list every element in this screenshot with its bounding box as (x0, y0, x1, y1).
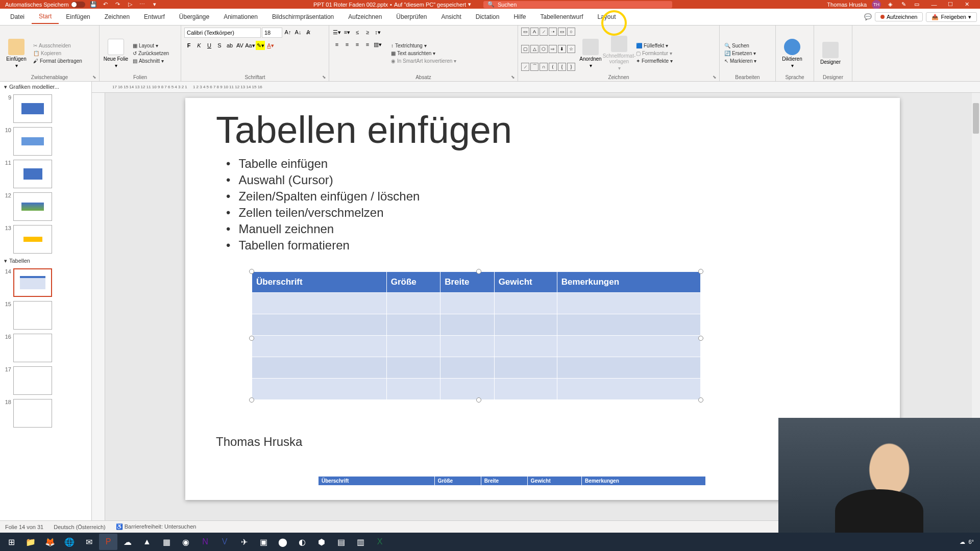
app-icon-3[interactable]: ◉ (177, 534, 195, 550)
firefox-icon[interactable]: 🦊 (41, 534, 59, 550)
thumb-9[interactable] (13, 94, 52, 123)
columns-icon[interactable]: ▥▾ (373, 40, 382, 49)
record-button[interactable]: Aufzeichnen (875, 12, 923, 21)
shadow-icon[interactable]: S (215, 41, 224, 50)
align-center-icon[interactable]: ≡ (342, 40, 352, 49)
visio-icon[interactable]: V (215, 534, 234, 550)
strikethrough-icon[interactable]: ab (225, 41, 234, 50)
replace-button[interactable]: 🔄 Ersetzen ▾ (723, 50, 758, 57)
dictate-button[interactable]: Diktieren▾ (779, 28, 805, 79)
thumb-16[interactable] (13, 334, 52, 362)
reset-button[interactable]: ↺ Zurücksetzen (131, 50, 170, 57)
layout-button[interactable]: ▦ Layout ▾ (131, 42, 170, 49)
tab-zeichnen[interactable]: Zeichnen (97, 10, 137, 23)
telegram-icon[interactable]: ✈ (235, 534, 253, 550)
accessibility-status[interactable]: ♿ Barrierefreiheit: Untersuchen (116, 523, 197, 530)
align-left-icon[interactable]: ≡ (332, 40, 341, 49)
underline-icon[interactable]: U (205, 41, 214, 50)
quick-styles-button[interactable]: Schnellformat-vorlagen▾ (606, 28, 632, 79)
new-slide-button[interactable]: Neue Folie▾ (103, 28, 129, 79)
clear-format-icon[interactable]: A̷ (304, 28, 313, 37)
char-spacing-icon[interactable]: AV (235, 41, 244, 50)
clipboard-launcher-icon[interactable]: ⬊ (92, 74, 97, 80)
align-text-button[interactable]: ▦ Text ausrichten ▾ (389, 50, 458, 57)
shapes-gallery[interactable]: ▭A⟋➝▭○ ▢△⬡⇨⬇☆ ⟋⌒∩⟨{} (521, 28, 575, 79)
section-grafiken[interactable]: Grafiken modellier... (0, 82, 91, 92)
slide-title[interactable]: Tabellen einfügen (216, 108, 869, 152)
tab-aufzeichnen[interactable]: Aufzeichnen (341, 10, 389, 23)
decrease-font-icon[interactable]: A↓ (293, 28, 303, 37)
cut-button[interactable]: ✂ Ausschneiden (32, 42, 84, 49)
slide-table[interactable]: Überschrift Größe Breite Gewicht Bemerku… (252, 271, 701, 400)
tab-animationen[interactable]: Animationen (216, 10, 265, 23)
comments-icon[interactable]: 💬 (864, 13, 872, 20)
thumb-10[interactable] (13, 127, 52, 156)
thumb-15[interactable] (13, 301, 52, 330)
redo-icon[interactable]: ↷ (114, 1, 122, 9)
vertical-ruler[interactable] (92, 93, 105, 520)
change-case-icon[interactable]: Aa▾ (246, 41, 255, 50)
font-size-select[interactable] (262, 28, 282, 38)
start-icon[interactable]: ⊞ (2, 534, 20, 550)
italic-icon[interactable]: K (194, 41, 204, 50)
bold-icon[interactable]: F (184, 41, 193, 50)
align-right-icon[interactable]: ≡ (353, 40, 362, 49)
section-tabellen[interactable]: Tabellen (0, 256, 91, 266)
tab-entwurf[interactable]: Entwurf (137, 10, 172, 23)
line-spacing-icon[interactable]: ↕▾ (373, 28, 382, 37)
font-family-select[interactable] (184, 28, 261, 38)
tab-bildschirmpraesentation[interactable]: Bildschirmpräsentation (265, 10, 341, 23)
thumb-13[interactable] (13, 225, 52, 254)
justify-icon[interactable]: ≡ (363, 40, 372, 49)
app-icon-7[interactable]: ▤ (332, 534, 350, 550)
app-icon-2[interactable]: ▦ (157, 534, 176, 550)
bullets-icon[interactable]: ☰▾ (332, 28, 341, 37)
app-icon-5[interactable]: ◐ (293, 534, 311, 550)
autosave-toggle[interactable]: Automatisches Speichern (5, 2, 85, 8)
diamond-icon[interactable]: ◈ (886, 1, 894, 9)
increase-indent-icon[interactable]: ≥ (363, 28, 372, 37)
window-icon[interactable]: ▭ (913, 1, 921, 9)
thumb-14[interactable] (13, 268, 52, 297)
app-icon-6[interactable]: ⬢ (312, 534, 331, 550)
find-button[interactable]: 🔍 Suchen (723, 42, 758, 49)
outline-button[interactable]: ▢ Formkontur ▾ (634, 50, 674, 57)
tab-hilfe[interactable]: Hilfe (506, 10, 533, 23)
effects-button[interactable]: ✦ Formeffekte ▾ (634, 58, 674, 64)
close-button[interactable]: ✕ (959, 0, 975, 9)
user-avatar[interactable]: TH (872, 0, 881, 9)
temperature[interactable]: 6° (968, 539, 974, 545)
select-button[interactable]: ↖ Markieren ▾ (723, 58, 758, 64)
explorer-icon[interactable]: 📁 (21, 534, 40, 550)
slide-counter[interactable]: Folie 14 von 31 (5, 524, 43, 530)
arrange-button[interactable]: Anordnen▾ (577, 28, 604, 79)
fill-button[interactable]: 🟦 Fülleffekt ▾ (634, 42, 674, 49)
thumb-12[interactable] (13, 192, 52, 221)
decrease-indent-icon[interactable]: ≤ (353, 28, 362, 37)
app-icon-8[interactable]: ▥ (351, 534, 370, 550)
chrome-icon[interactable]: 🌐 (60, 534, 79, 550)
paragraph-launcher-icon[interactable]: ⬊ (511, 74, 516, 80)
author-text[interactable]: Thomas Hruska (216, 435, 302, 449)
start-from-beginning-icon[interactable]: ▷ (126, 1, 134, 9)
highlight-icon[interactable]: ✎▾ (256, 41, 265, 50)
tab-layout[interactable]: Layout (591, 10, 623, 23)
save-icon[interactable]: 💾 (89, 1, 97, 9)
paste-button[interactable]: Einfügen▾ (3, 28, 30, 79)
search-box[interactable]: 🔍 Suchen (483, 1, 672, 8)
pen-icon[interactable]: ✎ (899, 1, 908, 9)
slide-bullets[interactable]: Tabelle einfügen Auswahl (Cursor) Zeilen… (226, 157, 869, 253)
qat-customize-icon[interactable]: ▾ (151, 1, 159, 9)
app-icon-4[interactable]: ▣ (254, 534, 273, 550)
thumb-18[interactable] (13, 399, 52, 428)
excel-icon[interactable]: X (371, 534, 389, 550)
designer-button[interactable]: Designer (817, 28, 844, 79)
text-direction-button[interactable]: ↕ Textrichtung ▾ (389, 42, 458, 49)
section-button[interactable]: ▤ Abschnitt ▾ (131, 58, 170, 64)
onenote-icon[interactable]: N (196, 534, 214, 550)
tab-einfugen[interactable]: Einfügen (59, 10, 97, 23)
font-launcher-icon[interactable]: ⬊ (322, 74, 327, 80)
language-status[interactable]: Deutsch (Österreich) (54, 524, 105, 530)
tab-dictation[interactable]: Dictation (469, 10, 507, 23)
format-painter-button[interactable]: 🖌 Format übertragen (32, 58, 84, 64)
